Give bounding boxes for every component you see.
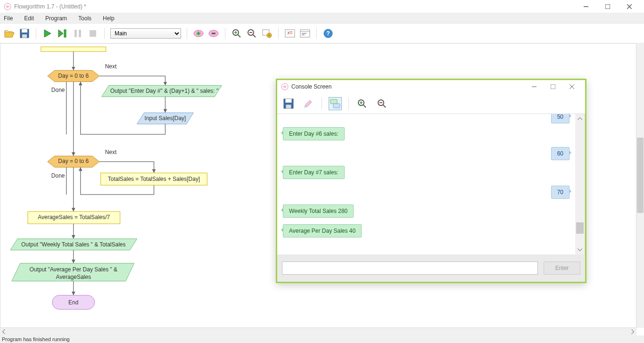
main-toolbar: Main x= ?: [0, 24, 644, 43]
variable-watch-icon[interactable]: x=: [284, 28, 296, 39]
close-button[interactable]: [619, 0, 640, 13]
input-1-text: Input Sales[Day]: [145, 115, 186, 122]
for-loop-1-text: Day = 0 to 6: [58, 73, 89, 79]
scroll-right-icon[interactable]: [630, 329, 636, 335]
label-done-2: Done: [51, 172, 65, 179]
menu-help[interactable]: Help: [103, 15, 115, 22]
scroll-down-icon[interactable]: [577, 247, 583, 253]
save-icon[interactable]: [19, 28, 30, 39]
console-output-area[interactable]: 50 Enter Day #6 sales: 60 Enter Day #7 s…: [277, 114, 575, 254]
menu-bar: File Edit Program Tools Help: [0, 13, 644, 24]
maximize-button[interactable]: [597, 0, 619, 13]
console-output-bubble: Average Per Day Sales 40: [283, 224, 362, 237]
function-select[interactable]: Main: [110, 28, 181, 39]
console-output-bubble: Enter Day #7 sales:: [283, 166, 345, 179]
pause-icon: [72, 28, 83, 39]
console-toolbar: [277, 93, 585, 114]
svg-rect-40: [285, 99, 291, 103]
for-loop-2-text: Day = 0 to 6: [58, 158, 89, 164]
step-icon[interactable]: [57, 28, 68, 39]
console-maximize-button[interactable]: [544, 81, 562, 92]
svg-rect-8: [64, 30, 66, 37]
svg-line-18: [238, 35, 240, 37]
svg-rect-42: [330, 99, 337, 104]
svg-rect-11: [90, 30, 96, 37]
console-titlebar: Console Screen: [277, 80, 585, 93]
separator: [316, 28, 317, 39]
console-zoom-in-icon[interactable]: [355, 97, 369, 110]
edit-function-icon[interactable]: [208, 28, 219, 39]
console-scrollbar-thumb[interactable]: [576, 222, 584, 234]
zoom-in-icon[interactable]: [231, 28, 242, 39]
output-1-text: Output "Enter Day #" & (Day+1) & " sales…: [110, 88, 219, 94]
title-bar: Flowgorithm 1.7 - (Untitled) *: [0, 0, 644, 13]
menu-edit[interactable]: Edit: [24, 15, 34, 22]
svg-line-49: [383, 105, 386, 107]
label-next-1: Next: [105, 63, 117, 70]
scrollbar-thumb[interactable]: [637, 138, 644, 213]
svg-rect-36: [551, 84, 555, 89]
add-function-icon[interactable]: [193, 28, 204, 39]
svg-line-45: [363, 105, 366, 107]
app-logo-icon: [4, 3, 11, 10]
separator: [225, 28, 225, 39]
svg-rect-9: [74, 30, 77, 37]
layout-options-icon[interactable]: [261, 28, 272, 39]
console-body: 50 Enter Day #6 sales: 60 Enter Day #7 s…: [277, 114, 585, 254]
console-enter-button[interactable]: Enter: [544, 261, 580, 275]
separator: [187, 28, 187, 39]
separator: [278, 28, 279, 39]
console-zoom-out-icon[interactable]: [375, 97, 388, 110]
end-text: End: [68, 299, 78, 306]
console-scrollbar[interactable]: [575, 114, 585, 254]
status-text: Program has finished running: [2, 336, 70, 342]
horizontal-scrollbar[interactable]: [0, 328, 636, 335]
window-title: Flowgorithm 1.7 - (Untitled) *: [14, 3, 575, 10]
svg-rect-2: [605, 4, 610, 9]
console-title: Console Screen: [291, 83, 525, 90]
console-input-field[interactable]: [282, 261, 538, 275]
console-input-bubble: 60: [551, 147, 570, 160]
svg-text:?: ?: [326, 30, 330, 37]
vertical-scrollbar[interactable]: [636, 43, 644, 328]
console-save-icon[interactable]: [282, 97, 295, 110]
menu-tools[interactable]: Tools: [78, 15, 91, 22]
run-icon[interactable]: [42, 28, 53, 39]
console-output-bubble: Enter Day #6 sales:: [283, 127, 345, 140]
console-input-bubble: 70: [551, 186, 570, 199]
console-close-button[interactable]: [562, 81, 581, 92]
menu-file[interactable]: File: [4, 15, 13, 22]
assign-shape-partial[interactable]: [41, 47, 106, 51]
status-bar: Program has finished running: [0, 335, 644, 343]
minimize-button[interactable]: [575, 0, 597, 13]
output-3-text-l1: Output "Average Per Day Sales " &: [29, 266, 117, 273]
svg-rect-43: [333, 104, 340, 108]
console-chat-mode-icon[interactable]: [329, 97, 342, 110]
console-logo-icon: [281, 83, 289, 90]
stop-icon: [87, 28, 99, 39]
svg-rect-41: [286, 105, 291, 108]
svg-line-22: [253, 35, 256, 37]
label-next-2: Next: [105, 149, 117, 155]
output-2-text: Output "Weekly Total Sales " & TotalSale…: [21, 241, 125, 248]
help-icon[interactable]: ?: [322, 28, 334, 39]
console-output-bubble: Weekly Total Sales 280: [283, 204, 354, 218]
assign-2-text: TotalSales = TotalSales + Sales[Day]: [108, 176, 200, 182]
console-icon[interactable]: [299, 28, 311, 39]
svg-text:x=: x=: [287, 30, 293, 35]
label-done-1: Done: [51, 87, 65, 93]
zoom-out-icon[interactable]: [246, 28, 257, 39]
open-icon[interactable]: [4, 28, 15, 39]
console-clear-icon[interactable]: [302, 97, 315, 110]
console-minimize-button[interactable]: [525, 81, 544, 92]
menu-program[interactable]: Program: [45, 15, 67, 22]
output-3-text-l2: AverageSales: [56, 274, 91, 280]
console-input-bar: Enter: [277, 254, 585, 282]
scroll-up-icon[interactable]: [577, 116, 583, 122]
svg-rect-10: [79, 30, 81, 37]
console-window[interactable]: Console Screen 50 Enter Day #6 sales: 60…: [276, 79, 586, 283]
scroll-left-icon[interactable]: [1, 329, 7, 335]
svg-rect-6: [22, 29, 27, 33]
assign-3-text: AverageSales = TotalSales/7: [38, 214, 110, 220]
separator: [36, 28, 36, 39]
